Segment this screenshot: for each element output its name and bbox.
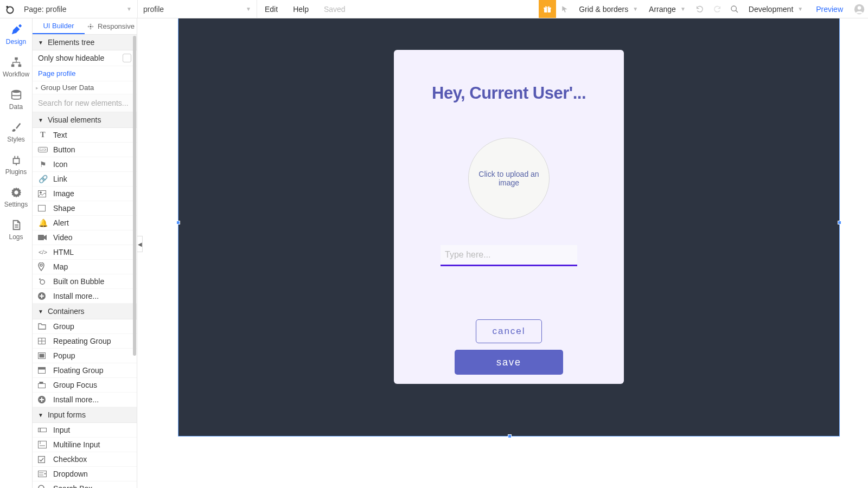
card-title[interactable]: Hey, Current User'...	[432, 84, 586, 103]
elem-button[interactable]: CLICKButton	[33, 143, 137, 157]
svg-rect-14	[13, 158, 19, 163]
image-icon	[38, 190, 48, 197]
gift-button[interactable]	[539, 0, 556, 18]
arrange-label: Arrange	[649, 5, 676, 14]
undo-button[interactable]	[691, 0, 709, 18]
panel-scroll[interactable]: ▼ Elements tree Only show hideable Page …	[33, 35, 137, 488]
selection-handle-right[interactable]	[838, 221, 841, 224]
elem-label: Button	[53, 145, 75, 154]
elem-input[interactable]: Input	[33, 423, 137, 438]
svg-text:CLICK: CLICK	[39, 148, 47, 151]
panel-scrollbar[interactable]	[132, 35, 137, 488]
selection-handle-left[interactable]	[176, 221, 180, 224]
tree-page-profile[interactable]: Page profile	[33, 66, 137, 81]
arrange-menu[interactable]: Arrange ▼	[643, 0, 691, 18]
svg-rect-26	[39, 206, 46, 211]
svg-rect-38	[39, 368, 45, 369]
elem-group-focus[interactable]: Group Focus	[33, 378, 137, 393]
image-uploader[interactable]: Click to upload an image	[468, 138, 550, 219]
elem-label: Group	[53, 322, 74, 331]
name-input[interactable]	[441, 245, 577, 266]
page-selector[interactable]: Page: profile ▼	[18, 0, 138, 18]
rail-plugins[interactable]: Plugins	[0, 149, 32, 181]
bubble-logo[interactable]	[0, 0, 18, 18]
svg-rect-40	[40, 382, 43, 383]
elem-multiline[interactable]: Multiline Input	[33, 438, 137, 452]
elem-floating-group[interactable]: Floating Group	[33, 363, 137, 378]
tree-group-user-data[interactable]: ▸ Group User Data	[33, 81, 137, 94]
svg-point-1	[6, 5, 8, 8]
elem-popup[interactable]: Popup	[33, 349, 137, 363]
elem-searchbox[interactable]: Search Box	[33, 481, 137, 488]
rail-data[interactable]: Data	[0, 84, 32, 116]
rail-logs-label: Logs	[9, 233, 23, 241]
svg-point-18	[14, 191, 17, 194]
user-avatar[interactable]	[851, 0, 868, 18]
svg-point-28	[40, 264, 42, 266]
environment-selector[interactable]: Development ▼	[743, 0, 808, 18]
svg-rect-44	[39, 441, 47, 448]
elem-alert[interactable]: 🔔Alert	[33, 216, 137, 230]
elem-label: Video	[53, 233, 73, 242]
elem-html[interactable]: </>HTML	[33, 245, 137, 260]
elements-tree-header[interactable]: ▼ Elements tree	[33, 35, 137, 50]
elem-built-on-bubble[interactable]: Built on Bubble	[33, 274, 137, 289]
elem-image[interactable]: Image	[33, 187, 137, 201]
search-elements-input[interactable]	[33, 94, 137, 112]
grid-borders-label: Grid & borders	[579, 5, 628, 14]
elem-label: Text	[53, 131, 67, 139]
save-button[interactable]: save	[455, 350, 563, 375]
visual-elements-header[interactable]: ▼ Visual elements	[33, 112, 137, 128]
search-button[interactable]	[726, 0, 743, 18]
svg-rect-27	[38, 235, 44, 240]
elem-repeating-group[interactable]: Repeating Group	[33, 334, 137, 349]
flag-icon: ⚑	[38, 160, 48, 169]
svg-point-30	[39, 278, 41, 280]
elem-label: Group Focus	[53, 381, 97, 389]
elem-link[interactable]: 🔗Link	[33, 172, 137, 187]
scrollbar-thumb[interactable]	[133, 36, 136, 356]
only-hideable-checkbox[interactable]	[123, 54, 131, 62]
only-hideable-row[interactable]: Only show hideable	[33, 50, 137, 66]
cancel-button[interactable]: cancel	[476, 319, 542, 343]
containers-header[interactable]: ▼ Containers	[33, 304, 137, 319]
elem-dropdown[interactable]: Dropdown	[33, 467, 137, 481]
profile-card[interactable]: Hey, Current User'... Click to upload an…	[394, 50, 624, 384]
rail-styles[interactable]: Styles	[0, 116, 32, 149]
rail-logs[interactable]: Logs	[0, 214, 32, 246]
code-icon: </>	[38, 249, 48, 255]
canvas[interactable]: Hey, Current User'... Click to upload an…	[143, 18, 868, 488]
collapse-panel-handle[interactable]: ◀	[137, 236, 143, 252]
canvas-page[interactable]: Hey, Current User'... Click to upload an…	[178, 18, 839, 436]
svg-rect-10	[15, 57, 18, 60]
view-selector[interactable]: profile ▼	[138, 0, 257, 18]
grid-borders-menu[interactable]: Grid & borders ▼	[573, 0, 643, 18]
cursor-icon[interactable]	[556, 0, 573, 18]
elem-label: Install more...	[53, 292, 99, 300]
edit-menu[interactable]: Edit	[257, 0, 285, 18]
elem-text[interactable]: TText	[33, 128, 137, 143]
rail-workflow[interactable]: Workflow	[0, 51, 32, 84]
tab-responsive[interactable]: Responsive	[85, 18, 137, 34]
elem-icon[interactable]: ⚑Icon	[33, 157, 137, 172]
rail-settings[interactable]: Settings	[0, 181, 32, 214]
elem-checkbox[interactable]: Checkbox	[33, 452, 137, 467]
selection-handle-bottom[interactable]	[508, 434, 512, 438]
rail-design[interactable]: Design	[0, 18, 32, 51]
preview-link[interactable]: Preview	[808, 0, 851, 18]
svg-rect-12	[18, 65, 21, 67]
elem-shape[interactable]: Shape	[33, 201, 137, 216]
svg-point-21	[90, 25, 92, 28]
elem-map[interactable]: Map	[33, 260, 137, 274]
elem-video[interactable]: Video	[33, 230, 137, 245]
multiline-icon	[38, 441, 48, 448]
elem-install-more-2[interactable]: Install more...	[33, 393, 137, 407]
redo-button[interactable]	[709, 0, 726, 18]
elem-group[interactable]: Group	[33, 319, 137, 334]
tab-ui-builder[interactable]: UI Builder	[33, 18, 85, 34]
elem-install-more[interactable]: Install more...	[33, 289, 137, 304]
input-forms-header[interactable]: ▼ Input forms	[33, 407, 137, 423]
spacer	[353, 0, 539, 18]
help-menu[interactable]: Help	[285, 0, 316, 18]
rail-plugins-label: Plugins	[5, 168, 27, 176]
